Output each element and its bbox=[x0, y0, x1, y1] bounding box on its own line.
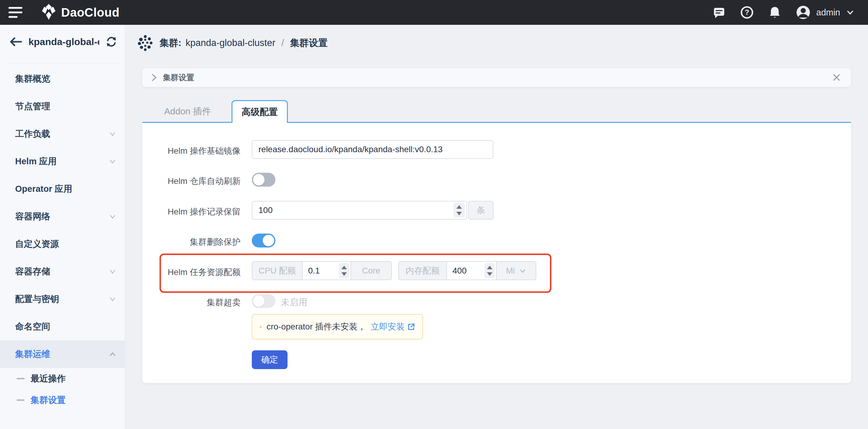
chevron-down-icon bbox=[108, 295, 117, 303]
stepper-down-icon[interactable] bbox=[456, 212, 462, 216]
back-arrow-icon[interactable] bbox=[9, 37, 22, 47]
daocloud-logo: DaoCloud bbox=[40, 4, 120, 21]
top-navigation-bar: DaoCloud ? bbox=[0, 0, 868, 25]
oversell-status: 未启用 bbox=[281, 296, 307, 308]
chevron-down-icon bbox=[108, 267, 117, 276]
help-icon[interactable]: ? bbox=[740, 5, 754, 20]
sidebar-item-label: Helm 应用 bbox=[15, 156, 108, 168]
chevron-down-icon bbox=[108, 130, 117, 138]
warning-alert: cro-operator 插件未安装， 立即安装 bbox=[252, 314, 423, 339]
main-content: 集群: kpanda-global-cluster / 集群设置 集群设置 Ad… bbox=[125, 25, 868, 429]
helm-image-input[interactable]: release.daocloud.io/kpanda/kpanda-shell:… bbox=[252, 140, 493, 159]
breadcrumb-current: 集群设置 bbox=[290, 37, 328, 49]
confirm-button[interactable]: 确定 bbox=[252, 350, 287, 369]
sidebar-item[interactable]: Helm 应用 bbox=[0, 147, 125, 175]
sidebar: kpanda-global-cl... 集群概览节点管理工作负载Helm 应用O… bbox=[0, 25, 125, 429]
mem-quota-unit-select[interactable]: Mi bbox=[496, 261, 536, 280]
chevron-down-icon bbox=[108, 157, 117, 166]
sidebar-item[interactable]: Operator 应用 bbox=[0, 175, 125, 203]
sidebar-item-label: 集群概览 bbox=[15, 73, 117, 85]
cpu-quota-input[interactable]: 0.1 bbox=[302, 261, 351, 280]
mem-quota-unit-value: Mi bbox=[506, 266, 515, 275]
cpu-quota-stepper[interactable] bbox=[339, 263, 349, 278]
messages-icon[interactable] bbox=[712, 5, 726, 20]
history-input[interactable]: 100 bbox=[252, 201, 467, 220]
sidebar-item[interactable]: 节点管理 bbox=[0, 93, 125, 120]
chevron-down-icon bbox=[519, 267, 526, 274]
sidebar-item-label: 集群运维 bbox=[15, 348, 108, 360]
mem-quota-prepend: 内存配额 bbox=[398, 261, 447, 280]
stepper-down-icon[interactable] bbox=[341, 272, 347, 276]
sidebar-item[interactable]: 命名空间 bbox=[0, 313, 125, 340]
sidebar-item-label: 命名空间 bbox=[15, 321, 117, 333]
delete-protect-toggle[interactable] bbox=[252, 234, 275, 248]
stepper-up-icon[interactable] bbox=[487, 266, 492, 269]
mem-quota-stepper[interactable] bbox=[485, 263, 495, 278]
panel-title: 集群设置 bbox=[163, 72, 831, 83]
settings-panel-header[interactable]: 集群设置 bbox=[142, 68, 851, 87]
warning-icon bbox=[260, 321, 262, 332]
helm-image-value: release.daocloud.io/kpanda/kpanda-shell:… bbox=[258, 144, 443, 154]
sidebar-item-label: 节点管理 bbox=[15, 100, 117, 112]
breadcrumb-separator: / bbox=[280, 37, 286, 48]
avatar bbox=[796, 5, 811, 20]
mem-quota-value: 400 bbox=[453, 266, 467, 275]
stepper-up-icon[interactable] bbox=[456, 205, 462, 209]
sidebar-subitem[interactable]: 最近操作 bbox=[0, 368, 125, 389]
alert-message: cro-operator 插件未安装， bbox=[267, 321, 366, 332]
stepper-up-icon[interactable] bbox=[341, 266, 347, 269]
close-icon[interactable] bbox=[831, 71, 843, 84]
sidebar-item[interactable]: 工作负载 bbox=[0, 120, 125, 147]
repo-refresh-label: Helm 仓库自动刷新 bbox=[142, 175, 241, 187]
svg-text:?: ? bbox=[745, 8, 749, 16]
chevron-down-icon bbox=[108, 212, 117, 221]
history-unit-suffix: 条 bbox=[468, 201, 494, 220]
install-now-label: 立即安装 bbox=[371, 321, 405, 332]
sidebar-item[interactable]: 容器网络 bbox=[0, 203, 125, 230]
delete-protect-label: 集群删除保护 bbox=[142, 236, 241, 248]
sidebar-item[interactable]: 自定义资源 bbox=[0, 230, 125, 258]
cpu-quota-unit: Core bbox=[350, 261, 392, 280]
tab-advanced-config[interactable]: 高级配置 bbox=[231, 100, 288, 123]
sidebar-item[interactable]: 集群概览 bbox=[0, 65, 125, 93]
hamburger-menu-icon[interactable] bbox=[8, 7, 22, 18]
sidebar-subitem-label: 集群设置 bbox=[31, 394, 66, 406]
cpu-quota-prepend: CPU 配额 bbox=[252, 261, 303, 280]
chevron-up-icon bbox=[108, 350, 117, 359]
number-stepper[interactable] bbox=[453, 203, 465, 218]
sidebar-item-label: Operator 应用 bbox=[15, 183, 117, 195]
tab-addon-plugins[interactable]: Addon 插件 bbox=[151, 100, 224, 123]
sidebar-subitem[interactable]: 集群设置 bbox=[0, 389, 125, 411]
cluster-dots-icon bbox=[138, 34, 153, 52]
cpu-quota-value: 0.1 bbox=[308, 266, 320, 275]
sidebar-item[interactable]: 集群运维 bbox=[0, 340, 125, 368]
install-now-link[interactable]: 立即安装 bbox=[371, 321, 415, 332]
quota-label: Helm 任务资源配额 bbox=[142, 267, 241, 278]
sidebar-item[interactable]: 容器存储 bbox=[0, 258, 125, 285]
sidebar-item-label: 工作负载 bbox=[15, 128, 108, 140]
chevron-down-icon bbox=[846, 8, 855, 17]
subitem-dash-icon bbox=[17, 399, 25, 401]
username-label: admin bbox=[816, 7, 840, 18]
sidebar-menu: 集群概览节点管理工作负载Helm 应用Operator 应用容器网络自定义资源容… bbox=[0, 65, 125, 368]
expand-chevron-icon[interactable] bbox=[151, 73, 157, 82]
mem-quota-input[interactable]: 400 bbox=[446, 261, 497, 280]
repo-refresh-toggle[interactable] bbox=[252, 173, 275, 187]
sidebar-item-label: 配置与密钥 bbox=[15, 293, 108, 305]
breadcrumb-cluster-link[interactable]: kpanda-global-cluster bbox=[186, 37, 275, 48]
oversell-label: 集群超卖 bbox=[142, 297, 241, 308]
sidebar-subitem-label: 最近操作 bbox=[31, 373, 66, 385]
helm-image-label: Helm 操作基础镜像 bbox=[142, 145, 241, 157]
user-menu[interactable]: admin bbox=[796, 5, 855, 20]
switch-cluster-icon[interactable] bbox=[105, 36, 117, 48]
subitem-dash-icon bbox=[17, 378, 25, 380]
sidebar-item[interactable]: 配置与密钥 bbox=[0, 285, 125, 313]
oversell-toggle[interactable] bbox=[252, 294, 275, 308]
stepper-down-icon[interactable] bbox=[487, 272, 492, 276]
sidebar-submenu: 最近操作集群设置 bbox=[0, 368, 125, 411]
divider bbox=[6, 63, 119, 63]
notifications-bell-icon[interactable] bbox=[768, 5, 782, 20]
advanced-config-panel: Helm 操作基础镜像 release.daocloud.io/kpanda/k… bbox=[142, 123, 851, 383]
history-label: Helm 操作记录保留 bbox=[142, 206, 241, 218]
sidebar-item-label: 容器存储 bbox=[15, 266, 108, 278]
